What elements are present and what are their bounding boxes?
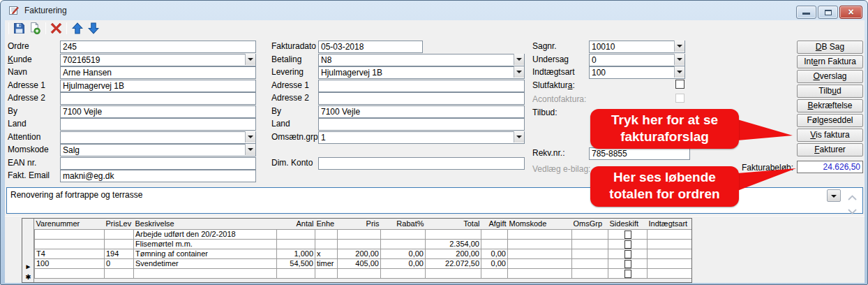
minimize-button[interactable] [796,6,816,19]
cell-beskrivelse[interactable]: Flisemørtel m.m. [134,239,277,249]
cell-indtaegtsart[interactable] [648,229,693,239]
kunde-input[interactable] [60,54,256,66]
order-note-text[interactable]: Renovering af fortrappe og terrasse [10,190,142,200]
fakturer-button[interactable]: Fakturer [797,143,863,156]
ean-input[interactable] [60,157,256,170]
header-omsgrp[interactable]: OmsGrp [572,219,608,229]
cell-enhe[interactable] [315,239,338,249]
cell-total[interactable]: 2.354,00 [426,239,481,249]
cell-momskode[interactable] [508,268,572,278]
cell-rabat[interactable] [381,268,426,278]
cell-beskrivelse[interactable]: Tømning af container [134,249,277,258]
foelgeseddel-button[interactable]: Følgeseddel [797,114,863,127]
cell-indtaegtsart[interactable] [648,258,693,268]
chevron-down-icon[interactable] [245,144,255,155]
cell-rabat[interactable] [381,229,426,239]
cell-varenummer[interactable]: 100 [35,258,105,268]
sideskift-checkbox[interactable] [624,260,631,268]
tilbud-button[interactable]: Tilbud [797,85,863,98]
rekvnr-input[interactable] [589,147,690,160]
land-input[interactable] [60,118,256,131]
momskode-input[interactable] [60,144,256,156]
indtaegtsart-input[interactable] [589,66,685,79]
cell-beskrivelse[interactable]: Svendetimer [134,258,277,268]
header-sideskift[interactable]: Sideskift [608,219,648,229]
cell-total[interactable] [426,268,481,278]
cell-pris[interactable] [338,268,381,278]
betaling-input[interactable] [318,54,525,66]
grid-row-selector-gutter[interactable]: ► ✱ [22,219,34,282]
cell-omsgrp[interactable] [572,258,608,268]
cell-prislev[interactable] [105,239,134,249]
by-input[interactable] [60,105,256,118]
new-record-icon[interactable] [29,22,41,35]
header-total[interactable]: Total [426,219,481,229]
slutfaktura-checkbox[interactable] [675,80,684,89]
cell-prislev[interactable] [105,268,134,278]
lev-by-input[interactable] [318,105,525,118]
chevron-down-icon[interactable] [245,131,255,142]
header-afgift[interactable]: Afgift [481,219,508,229]
fakturadato-input[interactable] [318,41,423,53]
cell-pris[interactable] [338,229,381,239]
cell-afgift[interactable] [481,239,508,249]
cell-antal[interactable] [277,239,315,249]
chevron-down-icon[interactable] [674,66,684,78]
lev-adresse2-input[interactable] [318,92,525,105]
cell-pris[interactable]: 405,00 [338,258,381,268]
cell-afgift[interactable] [481,268,508,278]
cell-omsgrp[interactable] [572,249,608,258]
delete-icon[interactable] [50,22,63,35]
db-sag-button[interactable]: DB Sag [797,41,863,54]
cell-momskode[interactable] [508,249,572,258]
cell-prislev[interactable] [105,229,134,239]
chevron-down-icon[interactable] [514,54,524,65]
header-beskrivelse[interactable]: Beskrivelse [134,219,277,229]
cell-afgift[interactable]: 0,00 [481,258,508,268]
cell-indtaegtsart[interactable] [648,268,693,278]
cell-momskode[interactable] [508,239,572,249]
bekraeftelse-button[interactable]: Bekræftelse [797,99,863,112]
chevron-down-icon[interactable] [245,54,255,65]
fakt-email-input[interactable] [60,170,256,182]
save-icon[interactable] [13,22,26,35]
header-enhe[interactable]: Enhe [315,219,338,229]
cell-total[interactable]: 200,00 [426,249,481,258]
header-rabat[interactable]: Rabat% [381,219,426,229]
header-prislev[interactable]: PrisLev [105,219,134,229]
cell-varenummer[interactable] [35,268,105,278]
cell-beskrivelse[interactable] [134,268,277,278]
cell-varenummer[interactable] [35,229,105,239]
chevron-down-icon[interactable] [514,66,524,78]
cell-omsgrp[interactable] [572,229,608,239]
cell-indtaegtsart[interactable] [648,249,693,258]
cell-enhe[interactable] [315,229,338,239]
cell-enhe[interactable]: timer [315,258,338,268]
header-varenummer[interactable]: Varenummer [35,219,105,229]
omsgrp-input[interactable] [318,131,525,144]
vis-faktura-button[interactable]: Vis faktura [797,129,863,142]
cell-rabat[interactable] [381,239,426,249]
sagnr-input[interactable] [589,41,685,53]
adresse1-input[interactable] [60,80,256,92]
header-indtaegtsart[interactable]: Indtægtsart [648,219,693,229]
cell-rabat[interactable]: 0,00 [381,258,426,268]
dim-konto-input[interactable] [318,157,525,170]
cell-rabat[interactable]: 0,00 [381,249,426,258]
cell-prislev[interactable]: 194 [105,249,134,258]
cell-pris[interactable]: 200,00 [338,249,381,258]
lev-adresse1-input[interactable] [318,80,525,92]
cell-enhe[interactable]: x [315,249,338,258]
cell-omsgrp[interactable] [572,268,608,278]
cell-beskrivelse[interactable]: Arbejde udført den 20/2-2018 [134,229,277,239]
levering-input[interactable] [318,66,525,79]
undersag-input[interactable] [589,54,685,66]
scroll-down-icon[interactable] [848,205,858,211]
scroll-up-icon[interactable] [848,191,858,197]
adresse2-input[interactable] [60,92,256,105]
chevron-down-icon[interactable] [674,54,684,65]
maximize-button[interactable] [818,6,838,19]
cell-antal[interactable]: 1,000 [277,249,315,258]
sideskift-checkbox[interactable] [624,231,631,239]
chevron-down-icon[interactable] [827,189,841,202]
